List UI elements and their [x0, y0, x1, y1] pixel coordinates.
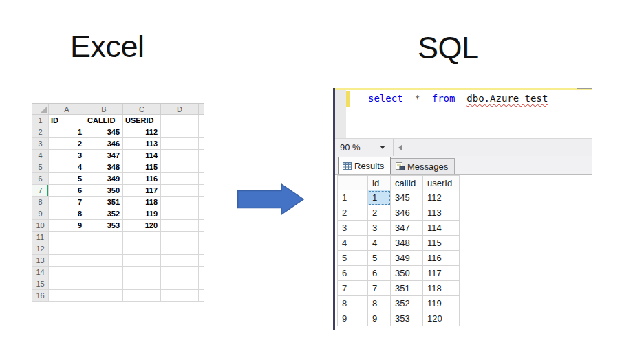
excel-row-header[interactable]: 4 — [32, 150, 49, 161]
grid-cell-id[interactable]: 7 — [368, 281, 391, 296]
grid-cell-callid[interactable]: 352 — [391, 296, 423, 311]
excel-cell[interactable]: 112 — [123, 126, 161, 138]
excel-cell[interactable]: 346 — [85, 138, 123, 150]
excel-cell[interactable] — [85, 232, 123, 243]
excel-cell[interactable]: 116 — [123, 173, 161, 185]
excel-cell[interactable]: 352 — [85, 208, 123, 220]
excel-cell[interactable] — [161, 185, 199, 197]
excel-cell[interactable] — [85, 267, 123, 278]
excel-cell[interactable] — [161, 290, 199, 302]
excel-cell[interactable]: USERID — [123, 115, 161, 126]
excel-cell[interactable] — [49, 267, 85, 278]
grid-cell-userid[interactable]: 118 — [423, 281, 460, 296]
excel-cell[interactable] — [161, 150, 199, 161]
excel-cell[interactable] — [85, 278, 123, 290]
excel-cell[interactable]: 349 — [85, 173, 123, 185]
grid-cell-id[interactable]: 8 — [368, 296, 391, 311]
excel-cell[interactable] — [161, 173, 199, 185]
grid-cell-callid[interactable]: 345 — [391, 190, 423, 205]
grid-cell-userid[interactable]: 115 — [423, 236, 460, 251]
zoom-dropdown[interactable]: 90 % — [335, 139, 385, 156]
excel-cell[interactable] — [85, 255, 123, 267]
excel-cell[interactable]: 4 — [49, 161, 85, 173]
grid-cell-callid[interactable]: 351 — [391, 281, 423, 296]
grid-cell-id[interactable]: 5 — [368, 251, 391, 266]
excel-cell[interactable]: 5 — [49, 173, 85, 185]
excel-cell[interactable] — [161, 255, 199, 267]
excel-cell[interactable] — [161, 220, 199, 232]
excel-row-header[interactable]: 7 — [32, 185, 49, 197]
excel-cell[interactable]: 350 — [85, 185, 123, 197]
excel-row-header[interactable]: 12 — [32, 243, 49, 255]
grid-corner-header[interactable] — [337, 175, 368, 190]
excel-cell[interactable] — [49, 243, 85, 255]
excel-cell[interactable]: 8 — [49, 208, 85, 220]
excel-cell[interactable]: 347 — [85, 150, 123, 161]
excel-cell[interactable]: 3 — [49, 150, 85, 161]
excel-row-header[interactable]: 5 — [32, 161, 49, 173]
query-line[interactable]: select * from dbo.Azure_test — [350, 91, 592, 107]
excel-cell[interactable] — [161, 161, 199, 173]
excel-cell[interactable]: 115 — [123, 161, 161, 173]
excel-row-header[interactable]: 6 — [32, 173, 49, 185]
excel-cell[interactable]: 119 — [123, 208, 161, 220]
excel-cell[interactable] — [49, 278, 85, 290]
excel-row-header[interactable]: 16 — [32, 290, 49, 302]
excel-cell[interactable] — [161, 278, 199, 290]
excel-row-header[interactable]: 15 — [32, 278, 49, 290]
scroll-left-arrow[interactable] — [398, 144, 402, 151]
grid-cell-userid[interactable]: 114 — [423, 221, 460, 236]
excel-cell[interactable] — [49, 255, 85, 267]
grid-row-number[interactable]: 4 — [337, 236, 368, 251]
excel-cell[interactable]: 117 — [123, 185, 161, 197]
excel-row-header[interactable]: 9 — [32, 208, 49, 220]
query-editor[interactable]: select * from dbo.Azure_test — [335, 90, 592, 138]
excel-cell[interactable]: 113 — [123, 138, 161, 150]
grid-cell-userid[interactable]: 113 — [423, 205, 460, 221]
grid-cell-id[interactable]: 9 — [368, 311, 391, 326]
excel-cell[interactable]: 2 — [49, 138, 85, 150]
grid-cell-callid[interactable]: 348 — [391, 236, 423, 251]
excel-cell[interactable] — [161, 115, 199, 126]
tab-messages[interactable]: Messages — [391, 158, 455, 174]
excel-column-header-a[interactable]: A — [49, 104, 85, 115]
excel-cell[interactable] — [123, 290, 161, 302]
excel-cell[interactable]: 7 — [49, 197, 85, 208]
excel-cell[interactable] — [161, 208, 199, 220]
excel-cell[interactable]: 351 — [85, 197, 123, 208]
grid-cell-id[interactable]: 6 — [368, 266, 391, 281]
excel-cell[interactable]: CALLID — [85, 115, 123, 126]
excel-column-header-b[interactable]: B — [85, 104, 123, 115]
excel-cell[interactable] — [161, 126, 199, 138]
grid-row-number[interactable]: 6 — [337, 266, 368, 281]
grid-row-number[interactable]: 7 — [337, 281, 368, 296]
excel-cell[interactable] — [123, 267, 161, 278]
excel-cell[interactable] — [123, 243, 161, 255]
excel-cell[interactable] — [161, 232, 199, 243]
excel-cell[interactable]: 114 — [123, 150, 161, 161]
grid-cell-id[interactable]: 3 — [368, 221, 391, 236]
grid-cell-callid[interactable]: 350 — [391, 266, 423, 281]
excel-cell[interactable]: 353 — [85, 220, 123, 232]
excel-cell[interactable] — [123, 255, 161, 267]
excel-row-header[interactable]: 10 — [32, 220, 49, 232]
grid-cell-id[interactable]: 2 — [368, 205, 391, 221]
excel-row-header[interactable]: 13 — [32, 255, 49, 267]
grid-cell-userid[interactable]: 119 — [423, 296, 460, 311]
grid-cell-userid[interactable]: 117 — [423, 266, 460, 281]
grid-cell-callid[interactable]: 346 — [391, 205, 423, 221]
grid-cell-userid[interactable]: 112 — [423, 190, 460, 205]
grid-cell-userid[interactable]: 120 — [423, 311, 460, 326]
excel-cell[interactable] — [161, 267, 199, 278]
excel-cell[interactable] — [161, 197, 199, 208]
excel-cell[interactable] — [49, 290, 85, 302]
excel-cell[interactable] — [123, 232, 161, 243]
excel-select-all-button[interactable] — [32, 104, 49, 115]
grid-row-number[interactable]: 9 — [337, 311, 368, 326]
grid-header-userid[interactable]: userId — [423, 175, 460, 190]
excel-column-header-c[interactable]: C — [123, 104, 161, 115]
grid-row-number[interactable]: 3 — [337, 221, 368, 236]
excel-row-header[interactable]: 1 — [32, 115, 49, 126]
grid-cell-callid[interactable]: 349 — [391, 251, 423, 266]
grid-header-id[interactable]: id — [368, 175, 391, 190]
